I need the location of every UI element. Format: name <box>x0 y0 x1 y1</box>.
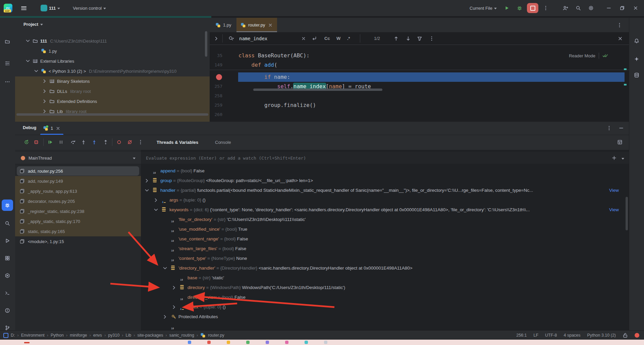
frame-row[interactable]: static, static.py:165 <box>15 226 141 236</box>
breadcrumb-item[interactable]: py310 <box>108 333 119 338</box>
resume-button[interactable] <box>45 137 55 147</box>
toolwindow-button-ai-assistant[interactable] <box>631 53 642 65</box>
variable-row[interactable]: 12index = {tuple: 0} () <box>141 302 629 312</box>
search-match-stripe[interactable] <box>624 68 627 70</box>
minimize-button[interactable] <box>603 3 614 13</box>
project-horizontal-scrollbar[interactable] <box>16 113 208 116</box>
code-line[interactable]: 260 <box>210 110 629 118</box>
project-widget[interactable]: 111 <box>38 3 63 13</box>
chevron-down-icon[interactable] <box>153 207 159 213</box>
variable-row[interactable]: 1001 <box>141 322 629 330</box>
clear-search-button[interactable] <box>301 32 306 45</box>
evaluate-expression-bar[interactable]: Evaluate expression (Enter) or add a wat… <box>141 152 629 164</box>
variable-row[interactable]: 1001directory_view = {bool} False <box>141 292 629 302</box>
variable-row[interactable]: 1001'file_or_directory' = {str} 'C:\\Use… <box>141 215 629 224</box>
toolwindow-button-python-packages[interactable] <box>2 252 13 264</box>
toolwindow-button-run[interactable] <box>2 235 13 246</box>
settings-button[interactable] <box>586 3 596 13</box>
line-number[interactable]: 259 <box>210 101 222 110</box>
code-line[interactable]: 258 <box>210 91 629 101</box>
thread-selector[interactable]: MainThread <box>15 152 141 164</box>
toolwindow-button-services[interactable] <box>2 270 13 281</box>
breadcrumb-item[interactable]: miniforge <box>70 333 87 338</box>
breadcrumb-item[interactable]: sanic_routing <box>169 333 194 338</box>
breadcrumb-item[interactable]: Lib <box>126 333 131 338</box>
editor-tab-1.py[interactable]: 1.py <box>211 18 235 32</box>
variables-vertical-scrollbar[interactable] <box>626 197 628 230</box>
code-line[interactable]: 259 group.finalize() <box>210 101 629 110</box>
tree-chevron[interactable] <box>25 58 31 64</box>
newline-button[interactable] <box>312 32 317 45</box>
toolwindow-button-database[interactable] <box>631 69 642 81</box>
variable-row[interactable]: group = {RouteGroup} <RouteGroup: path=s… <box>141 176 629 185</box>
variable-row[interactable]: 12args = {tuple: 0} () <box>141 195 629 205</box>
more-button[interactable] <box>136 137 146 147</box>
variable-row[interactable]: 1001'content_type' = {NoneType} None <box>141 253 629 263</box>
next-occurrence-button[interactable] <box>406 32 411 45</box>
debug-session-tab[interactable]: 1 <box>40 122 64 135</box>
variable-row[interactable]: handler = {partial} functools.partial(<b… <box>141 185 629 195</box>
vcs-widget[interactable]: Version control <box>70 3 109 13</box>
code-line[interactable]: 35class BaseRouter(ABC): <box>210 51 629 60</box>
view-link[interactable]: View <box>606 185 619 195</box>
code-with-me-button[interactable] <box>560 3 571 13</box>
search-more-button[interactable] <box>429 32 434 45</box>
frame-row[interactable]: _apply_static, static.py:170 <box>15 216 141 226</box>
notification-badge[interactable] <box>635 333 639 338</box>
variable-row[interactable]: 'directory_handler' = {DirectoryHandler}… <box>141 263 629 273</box>
expand-search-button[interactable] <box>214 32 219 45</box>
editor-tab-router.py[interactable]: router.py <box>236 18 277 32</box>
caret-position[interactable]: 256:1 <box>516 333 527 338</box>
close-button[interactable] <box>630 3 641 13</box>
project-tree-row[interactable]: < Python 3.10 (2) >D:\Environment\Python… <box>15 66 210 76</box>
interpreter[interactable]: Python 3.10 (2) <box>587 333 616 338</box>
frame-row[interactable]: add, router.py:149 <box>15 176 141 186</box>
filter-search-button[interactable] <box>417 32 422 45</box>
run-configuration-widget[interactable]: Current File <box>467 3 499 13</box>
toolwindow-button-notifications[interactable] <box>631 35 642 47</box>
variable-row[interactable]: 1001append = {bool} False <box>141 166 629 176</box>
project-vertical-scrollbar[interactable] <box>205 31 207 57</box>
tree-chevron[interactable] <box>42 89 47 94</box>
project-tree-row[interactable]: External Libraries <box>15 56 210 66</box>
breadcrumb-item[interactable]: Environment <box>21 333 45 338</box>
match-case-toggle[interactable]: Cc <box>324 32 330 45</box>
tree-chevron[interactable] <box>25 38 31 44</box>
words-toggle[interactable]: W <box>336 32 340 45</box>
close-icon[interactable] <box>268 22 273 28</box>
variable-row[interactable]: 1001'stream_large_files' = {bool} False <box>141 244 629 253</box>
debug-more-button[interactable] <box>604 123 614 133</box>
search-input[interactable]: name_index <box>239 32 267 45</box>
breadcrumb-file[interactable]: router.py <box>208 333 224 338</box>
force-step-into-button[interactable] <box>89 137 99 147</box>
variable-row[interactable]: keywords = {dict: 6} {'content_type': No… <box>141 205 629 215</box>
regex-toggle[interactable]: .* <box>347 32 350 45</box>
previous-occurrence-button[interactable] <box>393 32 399 45</box>
breadcrumb-item[interactable]: envs <box>93 333 102 338</box>
breadcrumb-item[interactable]: Python <box>51 333 64 338</box>
frame-row[interactable]: _register_static, static.py:238 <box>15 206 141 216</box>
breakpoint-icon[interactable] <box>216 74 222 80</box>
variable-row[interactable]: Protected Attributes <box>141 312 629 322</box>
frame-row[interactable]: decorator, routes.py:205 <box>15 196 141 206</box>
frame-row[interactable]: add, router.py:256 <box>15 166 141 176</box>
tree-chevron[interactable] <box>42 99 47 104</box>
tree-chevron[interactable] <box>42 78 47 84</box>
toolwindow-button-search-everywhere[interactable] <box>2 218 13 229</box>
line-number[interactable]: 260 <box>210 110 222 118</box>
search-everywhere-button[interactable] <box>573 3 584 13</box>
chevron-down-icon[interactable] <box>622 158 624 160</box>
toolwindow-button-debug[interactable] <box>2 199 13 211</box>
project-tree-row[interactable]: DLLslibrary root <box>15 87 210 96</box>
editor-horizontal-scrollbar[interactable] <box>253 89 382 91</box>
project-tree-row[interactable]: Binary Skeletons <box>15 76 210 86</box>
code-line[interactable]: 149 def add( <box>210 60 629 70</box>
code-editor[interactable]: 35class BaseRouter(ABC):149 def add( if … <box>210 45 629 118</box>
rerun-button[interactable] <box>21 137 32 147</box>
stop-button[interactable] <box>527 3 538 13</box>
project-panel-header[interactable]: Project <box>23 22 43 27</box>
toolwindow-button-project[interactable] <box>2 36 13 47</box>
breadcrumb-item[interactable]: site-packages <box>137 333 163 338</box>
chevron-right-icon[interactable] <box>171 304 177 310</box>
line-number[interactable]: 35 <box>210 51 222 60</box>
